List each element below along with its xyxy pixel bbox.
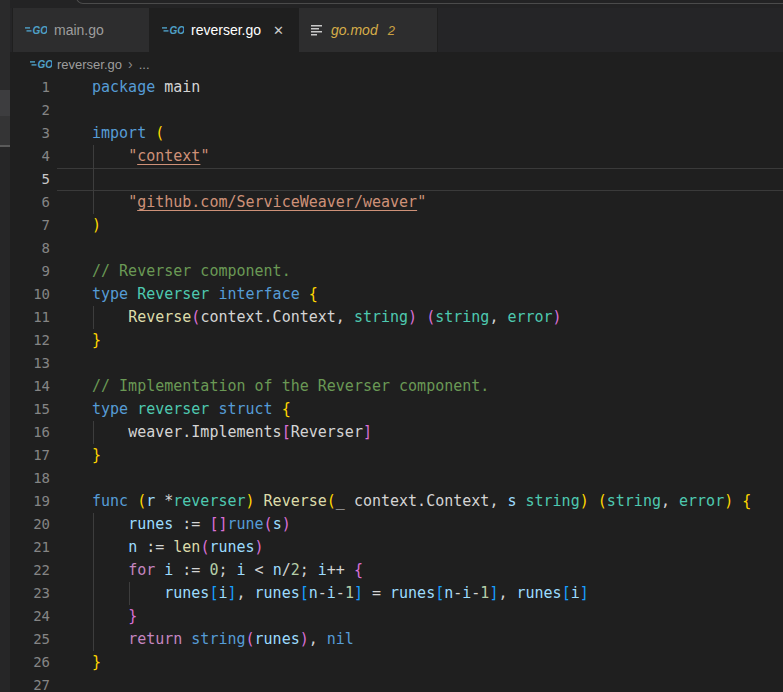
token: Reverser	[137, 285, 209, 303]
code-line[interactable]: 16 weaver.Implements[Reverser]	[10, 421, 783, 444]
token: ,	[237, 584, 255, 602]
line-number[interactable]: 10	[10, 283, 50, 306]
token	[128, 285, 137, 303]
code-line[interactable]: 15type reverser struct {	[10, 398, 783, 421]
code-line[interactable]: 23 runes[i], runes[n-i-1] = runes[n-i-1]…	[10, 582, 783, 605]
token: Reverse	[264, 492, 327, 510]
code-line[interactable]: 3import (	[10, 122, 783, 145]
line-number[interactable]: 19	[10, 490, 50, 513]
code-line[interactable]: 25 return string(runes), nil	[10, 628, 783, 651]
token: error	[507, 308, 552, 326]
code-line[interactable]: 11 Reverse(context.Context, string) (str…	[10, 306, 783, 329]
line-content: n := len(runes)	[50, 536, 264, 559]
code-line[interactable]: 20 runes := []rune(s)	[10, 513, 783, 536]
token: error	[679, 492, 724, 510]
line-number[interactable]: 14	[10, 375, 50, 398]
line-number[interactable]: 3	[10, 122, 50, 145]
line-number[interactable]: 12	[10, 329, 50, 352]
line-number[interactable]: 20	[10, 513, 50, 536]
token: _	[336, 492, 354, 510]
line-number[interactable]: 15	[10, 398, 50, 421]
line-content	[50, 467, 92, 490]
line-number[interactable]: 9	[10, 260, 50, 283]
code-line[interactable]: 12}	[10, 329, 783, 352]
token: runes	[516, 584, 561, 602]
line-number[interactable]: 1	[10, 76, 50, 99]
line-content	[50, 237, 92, 260]
close-icon[interactable]: ✕	[273, 24, 284, 37]
tab-main-go[interactable]: GOmain.go	[12, 8, 150, 52]
line-number[interactable]: 17	[10, 444, 50, 467]
go-file-icon: GO	[162, 24, 184, 36]
code-line[interactable]: 19func (r *reverser) Reverse(_ context.C…	[10, 490, 783, 513]
breadcrumb-file[interactable]: reverser.go	[57, 57, 122, 72]
line-number[interactable]: 22	[10, 559, 50, 582]
line-number[interactable]: 8	[10, 237, 50, 260]
token: struct	[218, 400, 272, 418]
line-number[interactable]: 5	[10, 168, 50, 191]
code-line[interactable]: 27	[10, 674, 783, 692]
token	[92, 423, 128, 441]
token: n	[128, 538, 137, 556]
code-line[interactable]: 6 "github.com/ServiceWeaver/weaver"	[10, 191, 783, 214]
import-path-link[interactable]: context	[137, 147, 200, 165]
tab-label: reverser.go	[191, 22, 261, 38]
line-number[interactable]: 11	[10, 306, 50, 329]
code-line[interactable]: 2	[10, 99, 783, 122]
code-line[interactable]: 26}	[10, 651, 783, 674]
line-number[interactable]: 18	[10, 467, 50, 490]
line-number[interactable]: 21	[10, 536, 50, 559]
code-line[interactable]: 14// Implementation of the Reverser comp…	[10, 375, 783, 398]
code-line[interactable]: 22 for i := 0; i < n/2; i++ {	[10, 559, 783, 582]
import-path-link[interactable]: github.com/ServiceWeaver/weaver	[137, 193, 417, 211]
code-line[interactable]: 18	[10, 467, 783, 490]
code-line[interactable]: 1package main	[10, 76, 783, 99]
breadcrumb-ellipsis[interactable]: ...	[139, 57, 150, 72]
sidebar-sliver-segment	[0, 116, 10, 145]
tab-reverser-go[interactable]: GOreverser.go✕	[150, 8, 298, 52]
line-number[interactable]: 23	[10, 582, 50, 605]
code-line[interactable]: 8	[10, 237, 783, 260]
line-number[interactable]: 16	[10, 421, 50, 444]
token: string	[526, 492, 580, 510]
line-content: }	[50, 605, 137, 628]
code-line[interactable]: 21 n := len(runes)	[10, 536, 783, 559]
line-content	[50, 674, 92, 692]
token	[255, 492, 264, 510]
token: nil	[327, 630, 354, 648]
line-number[interactable]: 6	[10, 191, 50, 214]
token: "	[128, 147, 137, 165]
line-number[interactable]: 26	[10, 651, 50, 674]
token: s	[273, 515, 282, 533]
code-line[interactable]: 13	[10, 352, 783, 375]
token	[155, 561, 164, 579]
line-number[interactable]: 2	[10, 99, 50, 122]
token	[589, 492, 598, 510]
line-number[interactable]: 24	[10, 605, 50, 628]
token: string	[354, 308, 408, 326]
token: ,	[309, 630, 327, 648]
token	[417, 308, 426, 326]
code-line[interactable]: 10type Reverser interface {	[10, 283, 783, 306]
token: runes	[209, 538, 254, 556]
code-line[interactable]: 7)	[10, 214, 783, 237]
token: // Reverser component.	[92, 262, 291, 280]
line-number[interactable]: 25	[10, 628, 50, 651]
sidebar-sliver[interactable]	[0, 0, 10, 692]
token: // Implementation of the Reverser compon…	[92, 377, 489, 395]
line-number[interactable]: 4	[10, 145, 50, 168]
code-line[interactable]: 4 "context"	[10, 145, 783, 168]
code-line[interactable]: 9// Reverser component.	[10, 260, 783, 283]
tab-bar: GOmain.goGOreverser.go✕go.mod2	[10, 8, 783, 52]
token: (	[246, 630, 255, 648]
code-editor[interactable]: 1package main23import (4 "context"56 "gi…	[10, 76, 783, 692]
line-content: func (r *reverser) Reverse(_ context.Con…	[50, 490, 751, 513]
tab-go-mod[interactable]: go.mod2	[298, 8, 438, 52]
line-number[interactable]: 13	[10, 352, 50, 375]
token: -	[453, 584, 462, 602]
code-line[interactable]: 17}	[10, 444, 783, 467]
line-number[interactable]: 7	[10, 214, 50, 237]
code-line[interactable]: 5	[10, 168, 783, 191]
line-number[interactable]: 27	[10, 674, 50, 692]
code-line[interactable]: 24 }	[10, 605, 783, 628]
